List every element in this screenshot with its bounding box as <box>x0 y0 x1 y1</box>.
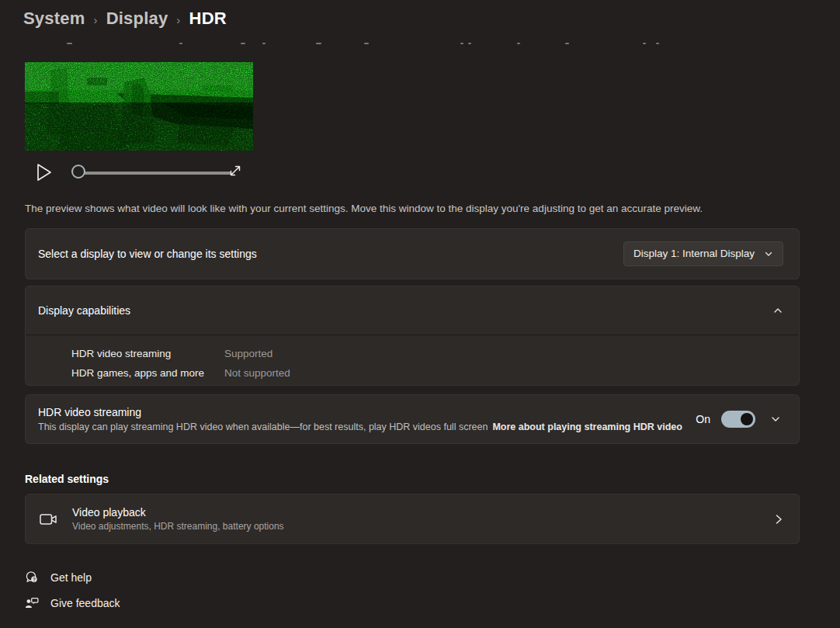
hdr-video-streaming-title: HDR video streaming <box>38 406 682 418</box>
display-capabilities-title: Display capabilities <box>38 304 130 317</box>
chevron-down-icon <box>770 414 781 425</box>
capability-row: HDR video streaming Supported <box>71 344 799 363</box>
toggle-state-label: On <box>696 413 710 425</box>
toggle-knob <box>741 413 753 425</box>
hdr-video-preview[interactable] <box>25 62 253 151</box>
page-title: HDR <box>189 9 227 29</box>
help-icon: ? <box>25 571 39 585</box>
more-about-hdr-link[interactable]: More about playing streaming HDR video <box>492 422 682 432</box>
chevron-right-icon <box>774 513 783 526</box>
hdr-preview-frame <box>25 62 253 151</box>
hdr-video-streaming-text: HDR video streaming This display can pla… <box>38 406 682 432</box>
breadcrumb-separator-icon: › <box>168 13 189 26</box>
display-capabilities-card: Display capabilities HDR video streaming… <box>25 286 800 386</box>
hdr-video-streaming-controls: On <box>696 410 785 428</box>
clipped-scrolled-text <box>0 43 840 45</box>
play-button[interactable] <box>34 161 54 183</box>
video-playback-title: Video playback <box>72 506 774 519</box>
chevron-up-icon <box>772 305 783 316</box>
video-camera-icon <box>40 512 58 527</box>
svg-text:?: ? <box>33 577 36 582</box>
display-select-card: Select a display to view or change its s… <box>25 228 800 279</box>
display-capabilities-body: HDR video streaming Supported HDR games,… <box>26 335 799 383</box>
fullscreen-icon <box>227 162 244 179</box>
hdr-video-streaming-card: HDR video streaming This display can pla… <box>25 394 800 444</box>
get-help-label: Get help <box>50 571 92 584</box>
capability-label: HDR games, apps and more <box>71 363 224 383</box>
capability-row: HDR games, apps and more Not supported <box>71 363 799 383</box>
video-progress-slider[interactable] <box>71 165 231 181</box>
display-capabilities-header[interactable]: Display capabilities <box>26 286 799 335</box>
capability-value: Not supported <box>224 363 290 383</box>
hdr-streaming-toggle[interactable] <box>721 411 755 428</box>
breadcrumb: System › Display › HDR <box>23 9 227 29</box>
video-playback-card[interactable]: Video playback Video adjustments, HDR st… <box>25 494 800 544</box>
capability-value: Supported <box>224 344 272 363</box>
play-icon <box>34 161 54 183</box>
video-playback-text: Video playback Video adjustments, HDR st… <box>72 506 774 532</box>
slider-thumb[interactable] <box>71 165 85 179</box>
chevron-down-icon <box>764 249 773 258</box>
display-select-value: Display 1: Internal Display <box>633 248 755 259</box>
slider-track[interactable] <box>79 172 231 175</box>
video-playback-subtitle: Video adjustments, HDR streaming, batter… <box>72 521 774 532</box>
feedback-icon <box>25 596 39 610</box>
breadcrumb-system[interactable]: System <box>23 9 85 29</box>
give-feedback-label: Give feedback <box>50 597 120 609</box>
breadcrumb-display[interactable]: Display <box>106 9 168 29</box>
give-feedback-link[interactable]: Give feedback <box>25 596 120 610</box>
fullscreen-button[interactable] <box>227 162 244 179</box>
display-select-label: Select a display to view or change its s… <box>38 248 257 260</box>
video-controls <box>25 159 253 187</box>
display-select-dropdown[interactable]: Display 1: Internal Display <box>623 241 783 266</box>
capability-label: HDR video streaming <box>71 344 224 363</box>
related-settings-heading: Related settings <box>25 473 109 485</box>
get-help-link[interactable]: ? Get help <box>25 571 92 585</box>
breadcrumb-separator-icon: › <box>85 13 106 26</box>
preview-caption: The preview shows what video will look l… <box>25 203 786 214</box>
hdr-card-expander[interactable] <box>766 410 785 428</box>
hdr-video-streaming-description: This display can play streaming HDR vide… <box>38 422 682 432</box>
